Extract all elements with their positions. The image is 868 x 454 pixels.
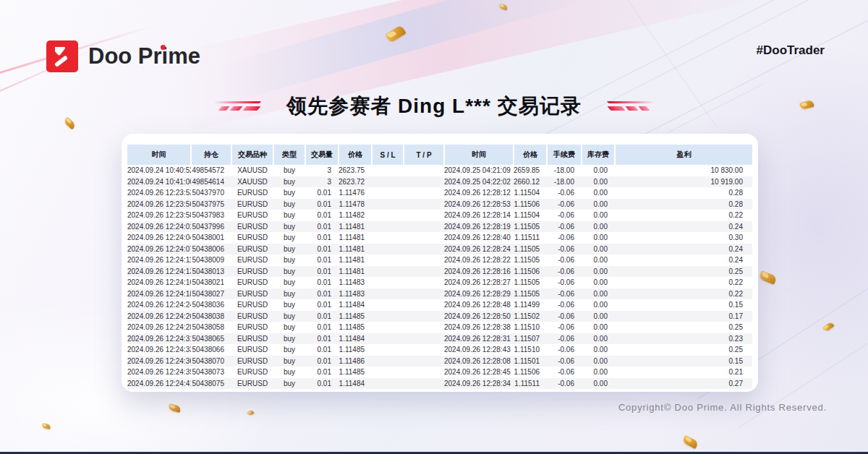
table-cell: 1.11505 [514, 254, 547, 266]
table-cell: 0.01 [305, 244, 339, 255]
table-cell: buy [273, 187, 305, 199]
table-cell: 2024.09.26 12:24:24 [127, 299, 191, 311]
table-row: 2024.09.26 12:24:4150438075EURUSDbuy0.01… [127, 378, 752, 390]
table-cell: -0.06 [547, 367, 582, 378]
table-cell [404, 221, 444, 233]
table-cell: 1.11481 [339, 232, 372, 244]
table-cell [372, 299, 404, 311]
table-cell: 2024.09.26 12:24:33 [127, 344, 191, 356]
table-cell: 0.01 [305, 232, 339, 244]
table-cell: 0.17 [615, 311, 752, 322]
table-cell: 2024.09.26 12:28:16 [444, 266, 514, 278]
column-header: 时间 [127, 145, 191, 165]
table-row: 2024.09.26 12:24:1350438013EURUSDbuy0.01… [127, 266, 752, 278]
table-cell: -0.06 [547, 311, 582, 322]
table-cell: 1.11504 [514, 210, 547, 221]
table-cell [372, 221, 404, 233]
table-cell: 1.11478 [339, 199, 372, 210]
table-cell: buy [273, 266, 305, 278]
table-cell: -0.06 [547, 299, 582, 311]
table-cell [404, 378, 444, 390]
table-cell: 1.11510 [514, 344, 547, 356]
table-cell [404, 187, 444, 199]
table-cell [404, 311, 444, 322]
table-cell: 2024.09.26 12:28:27 [444, 277, 514, 288]
table-cell: 2024.09.26 12:28:45 [444, 367, 514, 378]
column-header: 持仓 [191, 145, 231, 165]
column-header: 价格 [514, 145, 547, 165]
table-cell: 2024.09.26 12:24:26 [127, 311, 191, 322]
table-cell: 0.15 [615, 299, 752, 311]
table-cell: 50438058 [191, 322, 231, 333]
page-title: 领先参赛者 Ding L*** 交易记录 [286, 93, 581, 120]
column-header: T / P [404, 145, 444, 165]
table-cell: 0.28 [615, 199, 752, 210]
table-cell: 2024.09.26 12:28:22 [444, 254, 514, 266]
table-cell: 0.01 [305, 322, 339, 333]
table-row: 2024.09.26 12:23:5850437983EURUSDbuy0.01… [127, 210, 752, 221]
table-cell: EURUSD [231, 277, 273, 288]
table-cell: 10 830.00 [615, 165, 752, 176]
table-body: 2024.09.24 10:40:5249854572XAUUSDbuy3262… [127, 165, 752, 389]
table-row: 2024.09.26 12:24:3950438073EURUSDbuy0.01… [127, 367, 752, 378]
table-cell: -18.00 [547, 165, 582, 176]
table-cell: 2024.09.26 12:24:39 [127, 367, 191, 378]
brand-i-dot [161, 45, 166, 50]
table-cell: 50437970 [191, 187, 231, 199]
table-cell: 1.11511 [514, 378, 547, 390]
confetti-ribbon [822, 321, 835, 332]
table-cell [404, 244, 444, 255]
table-cell: 0.00 [582, 277, 615, 288]
table-cell: 0.00 [582, 322, 615, 333]
table-cell: 0.00 [582, 254, 615, 266]
table-cell: 50438013 [191, 266, 231, 278]
table-cell: 2024.09.24 10:41:00 [127, 176, 191, 188]
table-cell: 2024.09.26 12:24:18 [127, 288, 191, 300]
table-cell: 2024.09.26 12:28:31 [444, 333, 514, 345]
table-cell: 1.11482 [339, 210, 372, 221]
table-cell: 3 [305, 176, 339, 188]
table-cell: 1.11481 [339, 254, 372, 266]
table-cell: buy [273, 356, 305, 367]
table-row: 2024.09.24 10:41:0049854614XAUUSDbuy3262… [127, 176, 752, 188]
table-cell: buy [273, 344, 305, 356]
confetti-ribbon [41, 423, 51, 429]
table-cell: 1.11505 [514, 244, 547, 255]
table-cell: 1.11481 [339, 221, 372, 233]
table-cell: 0.22 [615, 210, 752, 221]
table-cell: buy [273, 176, 305, 188]
table-cell: 0.01 [305, 199, 339, 210]
table-cell: 1.11485 [339, 367, 372, 378]
column-header: 交易量 [305, 145, 339, 165]
brand-name: Doo Prime [88, 43, 200, 69]
table-cell: 2024.09.24 10:40:52 [127, 165, 191, 176]
table-cell: -0.06 [547, 244, 582, 255]
table-cell: 0.01 [305, 333, 339, 345]
table-cell [404, 322, 444, 333]
table-cell: 2024.09.26 12:23:53 [127, 187, 191, 199]
table-cell: EURUSD [231, 356, 273, 367]
table-cell [404, 210, 444, 221]
table-cell: EURUSD [231, 344, 273, 356]
table-cell: 0.00 [582, 232, 615, 244]
table-cell: 2024.09.26 12:23:58 [127, 210, 191, 221]
table-cell: 1.11485 [339, 344, 372, 356]
table-cell: 2024.09.25 04:22:02 [444, 176, 514, 188]
table-cell: buy [273, 199, 305, 210]
table-cell: 0.25 [615, 322, 752, 333]
hashtag-dootrader: #DooTrader [757, 43, 825, 58]
table-cell: 0.01 [305, 254, 339, 266]
table-cell: EURUSD [231, 322, 273, 333]
table-cell: buy [273, 210, 305, 221]
table-cell: -0.06 [547, 254, 582, 266]
table-cell: 0.01 [305, 367, 339, 378]
table-cell: 2024.09.26 12:28:19 [444, 221, 514, 233]
table-cell: 0.00 [582, 199, 615, 210]
table-cell: buy [273, 277, 305, 288]
table-cell: 1.11499 [514, 299, 547, 311]
table-cell: 2024.09.26 12:24:41 [127, 378, 191, 390]
table-cell: 1.11510 [514, 322, 547, 333]
table-cell: 50437996 [191, 221, 231, 233]
table-cell: 50438021 [191, 277, 231, 288]
table-cell [404, 254, 444, 266]
